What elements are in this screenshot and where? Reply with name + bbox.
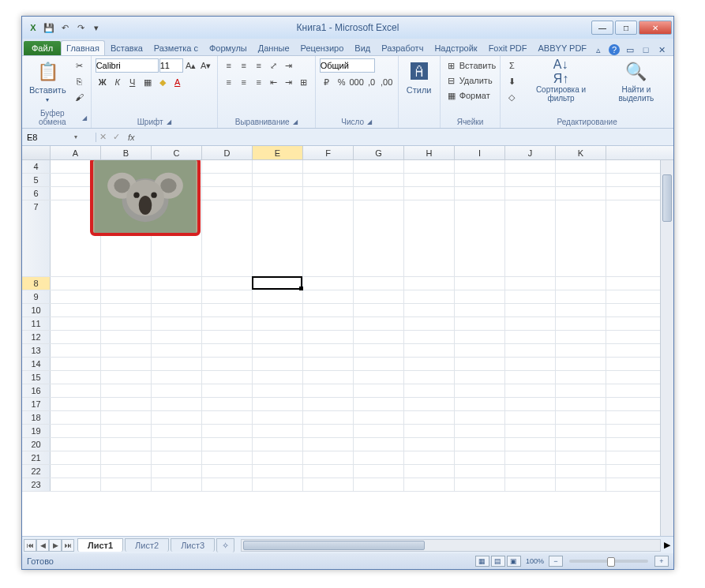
cell-K7[interactable]: [556, 200, 606, 276]
cell-D19[interactable]: [202, 425, 253, 437]
enter-formula-icon[interactable]: ✓: [110, 132, 123, 142]
fill-color-icon[interactable]: ◆: [156, 75, 170, 89]
cell-K6[interactable]: [556, 187, 606, 200]
cell-B18[interactable]: [101, 411, 152, 424]
cell-I15[interactable]: [455, 371, 505, 384]
undo-icon[interactable]: ↶: [58, 21, 71, 34]
cell-I22[interactable]: [455, 465, 505, 478]
cell-B12[interactable]: [101, 331, 152, 343]
format-painter-icon[interactable]: 🖌: [73, 90, 87, 104]
cell-G20[interactable]: [354, 438, 404, 451]
help-icon[interactable]: ?: [609, 44, 620, 55]
cell-G15[interactable]: [354, 371, 404, 384]
cell-B20[interactable]: [101, 438, 152, 451]
cell-E18[interactable]: [253, 411, 303, 424]
col-header-A[interactable]: A: [51, 146, 101, 159]
cell-J22[interactable]: [505, 465, 556, 478]
cell-G14[interactable]: [354, 358, 404, 370]
cell-K11[interactable]: [556, 317, 606, 330]
cell-C16[interactable]: [152, 384, 202, 397]
cell-H16[interactable]: [404, 384, 455, 397]
name-box[interactable]: ▾: [22, 133, 96, 142]
cell-K4[interactable]: [556, 160, 606, 173]
row-header-13[interactable]: 13: [22, 344, 51, 357]
paste-button[interactable]: 📋 Вставить ▾: [26, 58, 69, 105]
cell-E5[interactable]: [253, 174, 303, 186]
cell-C8[interactable]: [152, 277, 202, 290]
cell-J10[interactable]: [505, 304, 556, 316]
cell-H19[interactable]: [404, 425, 455, 437]
cell-J8[interactable]: [505, 277, 556, 290]
font-color-icon[interactable]: A: [171, 75, 185, 89]
cell-D20[interactable]: [202, 438, 253, 451]
cell-A21[interactable]: [51, 451, 101, 464]
cell-D13[interactable]: [202, 344, 253, 357]
cell-F9[interactable]: [303, 290, 354, 303]
cell-D6[interactable]: [202, 187, 253, 200]
cell-F14[interactable]: [303, 358, 354, 370]
cell-C10[interactable]: [152, 304, 202, 316]
row-header-12[interactable]: 12: [22, 331, 51, 343]
cell-E12[interactable]: [253, 331, 303, 343]
cell-E4[interactable]: [253, 160, 303, 173]
cell-C14[interactable]: [152, 358, 202, 370]
cell-B16[interactable]: [101, 384, 152, 397]
styles-button[interactable]: 🅰 Стили: [403, 58, 436, 96]
row-header-20[interactable]: 20: [22, 438, 51, 451]
bold-icon[interactable]: Ж: [96, 75, 110, 89]
row-header-14[interactable]: 14: [22, 358, 51, 370]
cell-D14[interactable]: [202, 358, 253, 370]
cell-A16[interactable]: [51, 384, 101, 397]
last-sheet-icon[interactable]: ⏭: [62, 539, 74, 552]
cell-I4[interactable]: [455, 160, 505, 173]
row-header-9[interactable]: 9: [22, 290, 51, 303]
prev-sheet-icon[interactable]: ◀: [36, 539, 49, 552]
cell-I7[interactable]: [455, 200, 505, 276]
cell-E6[interactable]: [253, 187, 303, 200]
find-select-button[interactable]: 🔍 Найти и выделить: [603, 58, 669, 104]
cell-G18[interactable]: [354, 411, 404, 424]
cell-I10[interactable]: [455, 304, 505, 316]
row-header-4[interactable]: 4: [22, 160, 51, 173]
cell-K9[interactable]: [556, 290, 606, 303]
cell-I6[interactable]: [455, 187, 505, 200]
formula-input[interactable]: [140, 133, 673, 142]
cell-E10[interactable]: [253, 304, 303, 316]
row-header-8[interactable]: 8: [22, 277, 51, 290]
select-all-corner[interactable]: [22, 146, 51, 159]
cell-G22[interactable]: [354, 465, 404, 478]
cell-D7[interactable]: [202, 200, 253, 276]
cell-D17[interactable]: [202, 398, 253, 410]
cell-A23[interactable]: [51, 478, 101, 491]
cell-G23[interactable]: [354, 478, 404, 491]
decrease-font-icon[interactable]: A▾: [199, 58, 213, 73]
cell-E15[interactable]: [253, 371, 303, 384]
cell-G5[interactable]: [354, 174, 404, 186]
sheet-tab-3[interactable]: Лист3: [171, 538, 215, 552]
cell-E11[interactable]: [253, 317, 303, 330]
cell-J21[interactable]: [505, 451, 556, 464]
tab-developer[interactable]: Разработч: [376, 40, 429, 55]
cell-G21[interactable]: [354, 451, 404, 464]
merge-icon[interactable]: ⊞: [297, 75, 311, 89]
cell-B17[interactable]: [101, 398, 152, 410]
cell-H22[interactable]: [404, 465, 455, 478]
cell-K20[interactable]: [556, 438, 606, 451]
increase-indent-icon[interactable]: ⇥: [282, 75, 296, 89]
cell-I19[interactable]: [455, 425, 505, 437]
cell-I23[interactable]: [455, 478, 505, 491]
row-header-23[interactable]: 23: [22, 478, 51, 491]
cell-H6[interactable]: [404, 187, 455, 200]
view-page-layout-icon[interactable]: ▤: [491, 556, 505, 567]
align-middle-icon[interactable]: ≡: [237, 58, 251, 73]
cell-D12[interactable]: [202, 331, 253, 343]
cell-B23[interactable]: [101, 478, 152, 491]
cell-D15[interactable]: [202, 371, 253, 384]
cell-C23[interactable]: [152, 478, 202, 491]
cell-B10[interactable]: [101, 304, 152, 316]
vertical-scrollbar[interactable]: [660, 160, 673, 536]
cell-A22[interactable]: [51, 465, 101, 478]
increase-decimal-icon[interactable]: ,0: [365, 75, 379, 89]
decrease-decimal-icon[interactable]: ,00: [380, 75, 394, 89]
tab-home[interactable]: Главная: [61, 40, 105, 55]
